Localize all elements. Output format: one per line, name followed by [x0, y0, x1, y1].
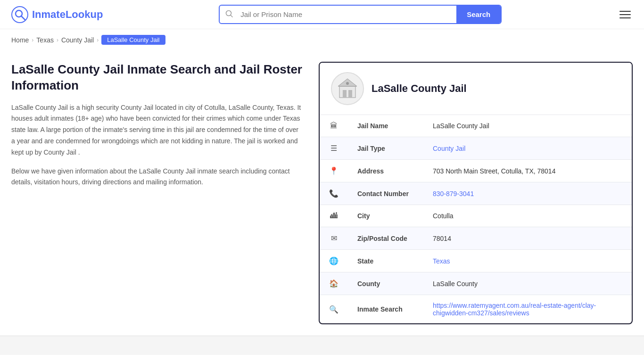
site-header: InmateLookup Search	[0, 0, 644, 29]
row-value[interactable]: Texas	[423, 250, 632, 272]
row-icon: 🏠	[320, 272, 348, 295]
info-card-header: LaSalle County Jail	[320, 63, 632, 115]
breadcrumb: Home › Texas › County Jail › LaSalle Cou…	[0, 29, 644, 50]
row-icon: 🔍	[320, 295, 348, 324]
row-value: LaSalle County	[423, 272, 632, 295]
row-value[interactable]: County Jail	[423, 137, 632, 160]
hamburger-line-1	[619, 11, 631, 12]
footer-bar	[0, 336, 644, 355]
table-row: 🏙CityCotulla	[320, 205, 632, 227]
row-icon: 📍	[320, 160, 348, 182]
table-row: 🔍Inmate Searchhttps://www.ratemyagent.co…	[320, 295, 632, 324]
table-row: ☰Jail TypeCounty Jail	[320, 137, 632, 160]
info-card-title: LaSalle County Jail	[372, 82, 467, 95]
svg-line-4	[231, 15, 232, 17]
table-row: ✉Zip/Postal Code78014	[320, 227, 632, 250]
row-label: Address	[348, 160, 423, 182]
breadcrumb-sep-2: ›	[57, 37, 58, 43]
row-value[interactable]: 830-879-3041	[423, 182, 632, 205]
row-value: Cotulla	[423, 205, 632, 227]
logo-text: InmateLookup	[32, 8, 103, 21]
breadcrumb-active: LaSalle County Jail	[101, 35, 165, 45]
hamburger-line-3	[619, 17, 631, 18]
row-label: Jail Type	[348, 137, 423, 160]
hamburger-line-2	[619, 14, 631, 15]
table-row: 🌐StateTexas	[320, 250, 632, 272]
search-input[interactable]	[239, 6, 456, 23]
row-label: Jail Name	[348, 115, 423, 137]
search-bar-icon	[220, 10, 239, 19]
info-card: LaSalle County Jail 🏛Jail NameLaSalle Co…	[319, 62, 633, 324]
search-button[interactable]: Search	[456, 6, 501, 23]
svg-line-2	[21, 16, 25, 20]
breadcrumb-county-jail[interactable]: County Jail	[61, 36, 94, 44]
row-icon: ✉	[320, 227, 348, 250]
row-value: LaSalle County Jail	[423, 115, 632, 137]
row-link[interactable]: 830-879-3041	[433, 190, 474, 197]
breadcrumb-sep-1: ›	[32, 37, 33, 43]
table-row: 🏠CountyLaSalle County	[320, 272, 632, 295]
page-desc-2: Below we have given information about th…	[11, 166, 304, 189]
jail-avatar	[331, 72, 364, 105]
row-icon: ☰	[320, 137, 348, 160]
row-icon: 📞	[320, 182, 348, 205]
row-value[interactable]: https://www.ratemyagent.com.au/real-esta…	[423, 295, 632, 324]
svg-point-9	[346, 82, 349, 85]
row-label: Inmate Search	[348, 295, 423, 324]
row-label: State	[348, 250, 423, 272]
svg-rect-5	[339, 86, 355, 98]
page-title: LaSalle County Jail Inmate Search and Ja…	[11, 62, 304, 94]
main-content: LaSalle County Jail Inmate Search and Ja…	[0, 50, 644, 336]
row-value: 78014	[423, 227, 632, 250]
info-table: 🏛Jail NameLaSalle County Jail☰Jail TypeC…	[320, 115, 632, 323]
row-icon: 🏙	[320, 205, 348, 227]
right-panel: LaSalle County Jail 🏛Jail NameLaSalle Co…	[319, 62, 633, 324]
svg-point-0	[12, 7, 28, 23]
svg-rect-6	[343, 90, 347, 98]
row-link[interactable]: Texas	[433, 257, 450, 265]
row-label: City	[348, 205, 423, 227]
left-panel: LaSalle County Jail Inmate Search and Ja…	[11, 62, 304, 324]
breadcrumb-texas[interactable]: Texas	[36, 36, 54, 44]
table-row: 📞Contact Number830-879-3041	[320, 182, 632, 205]
row-icon: 🌐	[320, 250, 348, 272]
row-link[interactable]: County Jail	[433, 145, 465, 152]
table-row: 🏛Jail NameLaSalle County Jail	[320, 115, 632, 137]
row-label: County	[348, 272, 423, 295]
table-row: 📍Address703 North Main Street, Cotulla, …	[320, 160, 632, 182]
row-label: Contact Number	[348, 182, 423, 205]
row-label: Zip/Postal Code	[348, 227, 423, 250]
row-value: 703 North Main Street, Cotulla, TX, 7801…	[423, 160, 632, 182]
row-link[interactable]: https://www.ratemyagent.com.au/real-esta…	[433, 302, 596, 317]
logo[interactable]: InmateLookup	[11, 6, 103, 23]
breadcrumb-sep-3: ›	[97, 37, 99, 43]
row-icon: 🏛	[320, 115, 348, 137]
search-bar: Search	[219, 5, 502, 24]
logo-icon	[11, 6, 28, 23]
svg-rect-7	[348, 90, 352, 98]
page-desc-1: LaSalle County Jail is a high security C…	[11, 102, 304, 158]
hamburger-menu[interactable]	[618, 9, 633, 20]
breadcrumb-home[interactable]: Home	[11, 36, 29, 44]
